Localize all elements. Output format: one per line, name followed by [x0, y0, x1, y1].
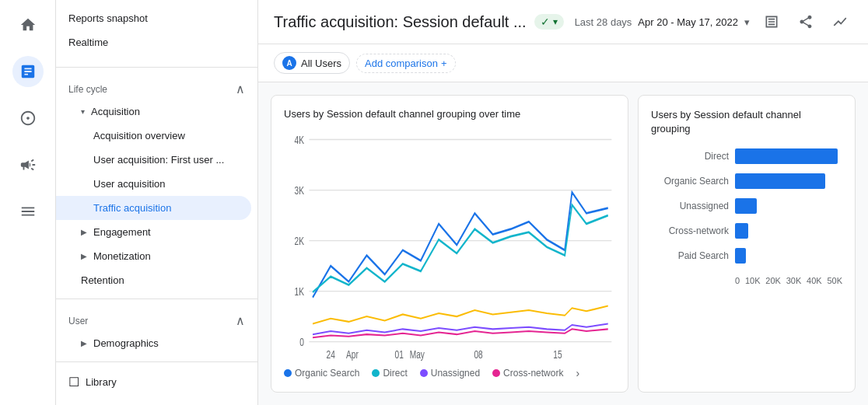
chart-legend: Organic Search Direct Unassigned Cross-n…: [284, 367, 615, 379]
legend-label: Organic Search: [295, 368, 359, 379]
sidebar-item-acquisition-overview[interactable]: Acquisition overview: [56, 124, 251, 148]
bar-chart-title: Users by Session default channel groupin…: [651, 108, 842, 136]
reports-nav-icon[interactable]: [12, 56, 44, 87]
bar-row-organic-search: Organic Search: [651, 173, 842, 189]
sidebar-item-label: Realtime: [68, 37, 108, 48]
sidebar-item-retention[interactable]: Retention: [56, 268, 251, 292]
library-folder-icon: ☐: [68, 375, 79, 389]
filter-bar: A All Users Add comparison +: [258, 44, 868, 82]
sidebar-item-label: Acquisition overview: [93, 130, 185, 141]
sidebar: Reports snapshot Realtime Life cycle ∧ ▾…: [56, 0, 258, 405]
chip-letter: A: [282, 56, 296, 70]
chip-label: All Users: [301, 58, 341, 69]
axis-label: 50K: [827, 276, 842, 285]
svg-text:May: May: [410, 347, 425, 361]
explore-nav-icon[interactable]: [12, 103, 44, 134]
sidebar-item-label: User acquisition: First user ...: [93, 154, 224, 166]
sidebar-item-demographics[interactable]: ▶ Demographics: [56, 331, 251, 355]
date-range-value: Apr 20 - May 17, 2022: [638, 16, 738, 28]
cross-network-dot: [492, 369, 500, 377]
sidebar-item-label: User acquisition: [93, 178, 166, 190]
page-title: Traffic acquisition: Session default ...: [274, 13, 527, 31]
svg-text:4K: 4K: [294, 133, 304, 147]
user-section-header: User ∧: [56, 305, 257, 331]
line-chart-area: 4K 3K 2K 1K 0 24 Apr 01 May 08: [284, 129, 615, 361]
sidebar-item-label: Engagement: [93, 226, 151, 238]
svg-text:1K: 1K: [294, 285, 304, 299]
engagement-expand-icon: ▶: [81, 228, 87, 236]
lifecycle-section-header: Life cycle ∧: [56, 74, 257, 100]
bar-container: [735, 148, 842, 164]
date-range-dropdown-icon[interactable]: ▾: [744, 16, 750, 28]
bar-row-direct: Direct: [651, 148, 842, 164]
bar-fill: [735, 173, 825, 189]
add-icon: +: [441, 58, 447, 69]
unassigned-dot: [420, 369, 428, 377]
demographics-expand-icon: ▶: [81, 339, 87, 347]
sidebar-item-label: Demographics: [93, 337, 159, 349]
date-range-label: Last 28 days: [575, 16, 632, 28]
sidebar-item-user-acquisition-first[interactable]: User acquisition: First user ...: [56, 148, 251, 172]
svg-text:01: 01: [395, 347, 404, 361]
sidebar-item-user-acquisition[interactable]: User acquisition: [56, 172, 251, 196]
configure-nav-icon[interactable]: [12, 196, 44, 227]
sidebar-item-monetization[interactable]: ▶ Monetization: [56, 244, 251, 268]
axis-label: 40K: [807, 276, 822, 285]
bar-label: Organic Search: [651, 176, 729, 187]
legend-label: Direct: [383, 368, 407, 379]
sidebar-item-reports-snapshot[interactable]: Reports snapshot: [56, 6, 251, 30]
status-badge[interactable]: ✓ ▾: [534, 14, 564, 30]
bar-fill: [735, 223, 748, 239]
date-range-selector[interactable]: Last 28 days Apr 20 - May 17, 2022 ▾: [575, 16, 750, 28]
sidebar-item-traffic-acquisition[interactable]: Traffic acquisition: [56, 196, 251, 220]
bar-fill: [735, 198, 757, 214]
bar-label: Direct: [651, 151, 729, 162]
table-view-button[interactable]: [759, 9, 784, 34]
legend-organic-search: Organic Search: [284, 368, 359, 379]
user-collapse-icon[interactable]: ∧: [236, 313, 245, 328]
all-users-chip[interactable]: A All Users: [274, 52, 350, 74]
home-nav-icon[interactable]: [12, 9, 44, 40]
bar-container: [735, 223, 842, 239]
sidebar-item-engagement[interactable]: ▶ Engagement: [56, 220, 251, 244]
legend-cross-network: Cross-network: [492, 368, 563, 379]
axis-label: 10K: [745, 276, 761, 285]
line-chart-svg: 4K 3K 2K 1K 0 24 Apr 01 May 08: [284, 129, 615, 361]
sidebar-item-realtime[interactable]: Realtime: [56, 30, 251, 54]
advertising-nav-icon[interactable]: [12, 149, 44, 180]
organic-search-dot: [284, 369, 292, 377]
header-controls: Last 28 days Apr 20 - May 17, 2022 ▾: [575, 9, 852, 34]
insights-button[interactable]: [828, 9, 852, 34]
svg-text:3K: 3K: [294, 183, 304, 197]
sidebar-item-label: Traffic acquisition: [93, 202, 171, 214]
sidebar-item-label: Retention: [81, 274, 124, 286]
bar-row-cross-network: Cross-network: [651, 223, 842, 239]
svg-text:0: 0: [299, 335, 304, 349]
bar-fill: [735, 248, 746, 264]
content-area: Users by Session default channel groupin…: [258, 82, 868, 405]
lifecycle-collapse-icon[interactable]: ∧: [236, 82, 245, 96]
legend-next-arrow[interactable]: ›: [576, 367, 579, 379]
monetization-expand-icon: ▶: [81, 252, 87, 260]
icon-rail: [0, 0, 56, 405]
status-dropdown-icon[interactable]: ▾: [553, 16, 558, 27]
bar-container: [735, 198, 842, 214]
main-content: Traffic acquisition: Session default ...…: [258, 0, 868, 405]
svg-text:2K: 2K: [294, 234, 304, 248]
sidebar-item-label: Reports snapshot: [68, 12, 148, 24]
share-button[interactable]: [793, 9, 818, 34]
bar-row-paid-search: Paid Search: [651, 248, 842, 264]
add-comparison-label: Add comparison: [365, 58, 438, 69]
sidebar-item-label: Acquisition: [91, 106, 140, 117]
sidebar-item-acquisition[interactable]: ▾ Acquisition: [56, 100, 251, 124]
bar-label: Cross-network: [651, 225, 729, 236]
svg-text:15: 15: [553, 347, 562, 361]
bar-label: Paid Search: [651, 250, 729, 261]
line-chart-title: Users by Session default channel groupin…: [284, 108, 615, 120]
sidebar-item-library[interactable]: ☐ Library: [56, 368, 251, 396]
svg-text:Apr: Apr: [346, 347, 359, 361]
axis-label: 30K: [786, 276, 802, 285]
add-comparison-button[interactable]: Add comparison +: [356, 54, 456, 73]
page-header: Traffic acquisition: Session default ...…: [258, 0, 868, 44]
direct-dot: [372, 369, 380, 377]
